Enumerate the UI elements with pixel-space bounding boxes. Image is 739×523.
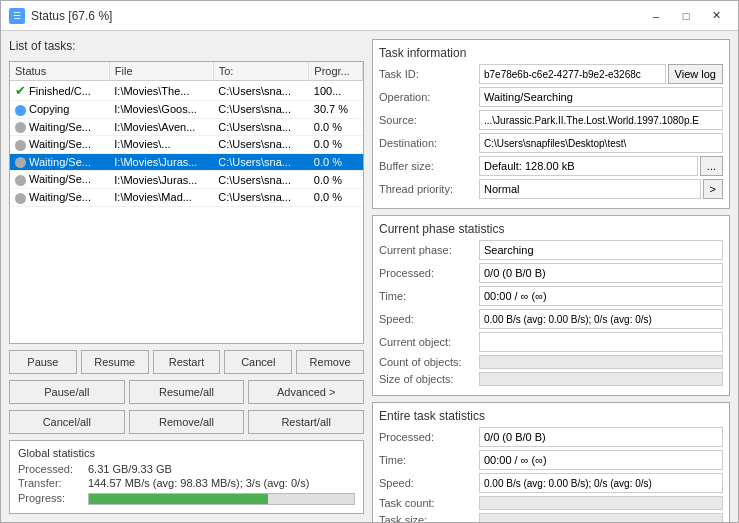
close-button[interactable]: ✕	[702, 6, 730, 26]
table-row[interactable]: Waiting/Se...I:\Movies\Aven...C:\Users\s…	[10, 118, 363, 136]
cell-progress: 30.7 %	[309, 101, 363, 119]
cell-to: C:\Users\sna...	[213, 136, 309, 154]
progress-bar-fill	[89, 494, 268, 504]
remove-button[interactable]: Remove	[296, 350, 364, 374]
app-icon: ☰	[9, 8, 25, 24]
task-tbody: ✔ Finished/C...I:\Movies\The...C:\Users\…	[10, 81, 363, 207]
operation-row: Operation: Waiting/Searching	[379, 87, 723, 107]
cell-progress: 100...	[309, 81, 363, 101]
task-info-title: Task information	[379, 46, 723, 60]
task-id-label: Task ID:	[379, 68, 479, 80]
cp-processed-value: 0/0 (0 B/0 B)	[479, 263, 723, 283]
cell-to: C:\Users\sna...	[213, 188, 309, 206]
et-processed-row: Processed: 0/0 (0 B/0 B)	[379, 427, 723, 447]
right-panel: Task information Task ID: b7e78e6b-c6e2-…	[372, 39, 730, 514]
cell-file: I:\Movies\Mad...	[109, 188, 213, 206]
destination-value: C:\Users\snapfiles\Desktop\test\	[479, 133, 723, 153]
table-row[interactable]: Waiting/Se...I:\Movies\Juras...C:\Users\…	[10, 171, 363, 189]
restart-button[interactable]: Restart	[153, 350, 221, 374]
transfer-value: 144.57 MB/s (avg: 98.83 MB/s); 3/s (avg:…	[88, 477, 309, 489]
restart-all-button[interactable]: Restart/all	[248, 410, 364, 434]
entire-task-title: Entire task statistics	[379, 409, 723, 423]
cell-to: C:\Users\sna...	[213, 101, 309, 119]
pause-all-button[interactable]: Pause/all	[9, 380, 125, 404]
et-time-value: 00:00 / ∞ (∞)	[479, 450, 723, 470]
cp-count-label: Count of objects:	[379, 356, 479, 368]
window-title: Status [67.6 %]	[31, 9, 112, 23]
cp-current-obj-row: Current object:	[379, 332, 723, 352]
title-controls: – □ ✕	[642, 6, 730, 26]
col-status: Status	[10, 62, 109, 81]
transfer-row: Transfer: 144.57 MB/s (avg: 98.83 MB/s);…	[18, 477, 355, 489]
remove-all-button[interactable]: Remove/all	[129, 410, 245, 434]
table-row[interactable]: Waiting/Se...I:\Movies\Mad...C:\Users\sn…	[10, 188, 363, 206]
buffer-more-button[interactable]: ...	[700, 156, 723, 176]
source-label: Source:	[379, 114, 479, 126]
cp-processed-row: Processed: 0/0 (0 B/0 B)	[379, 263, 723, 283]
et-speed-row: Speed: 0.00 B/s (avg: 0.00 B/s); 0/s (av…	[379, 473, 723, 493]
col-to: To:	[213, 62, 309, 81]
pause-button[interactable]: Pause	[9, 350, 77, 374]
transfer-label: Transfer:	[18, 477, 88, 489]
et-task-size-bar	[479, 513, 723, 522]
cp-size-row: Size of objects:	[379, 372, 723, 386]
title-bar: ☰ Status [67.6 %] – □ ✕	[1, 1, 738, 31]
cp-size-label: Size of objects:	[379, 373, 479, 385]
et-task-size-row: Task size:	[379, 513, 723, 522]
table-row[interactable]: CopyingI:\Movies\Goos...C:\Users\sna...3…	[10, 101, 363, 119]
destination-row: Destination: C:\Users\snapfiles\Desktop\…	[379, 133, 723, 153]
cell-file: I:\Movies\Aven...	[109, 118, 213, 136]
current-phase-title: Current phase statistics	[379, 222, 723, 236]
table-row[interactable]: ✔ Finished/C...I:\Movies\The...C:\Users\…	[10, 81, 363, 101]
processed-value: 6.31 GB/9.33 GB	[88, 463, 172, 475]
phase-value: Searching	[479, 240, 723, 260]
cell-status: Copying	[10, 101, 109, 119]
global-stats-title: Global statistics	[18, 447, 355, 459]
resume-button[interactable]: Resume	[81, 350, 149, 374]
progress-bar-container	[88, 493, 355, 505]
maximize-button[interactable]: □	[672, 6, 700, 26]
resume-all-button[interactable]: Resume/all	[129, 380, 245, 404]
cp-speed-label: Speed:	[379, 313, 479, 325]
cp-processed-label: Processed:	[379, 267, 479, 279]
et-speed-label: Speed:	[379, 477, 479, 489]
table-row[interactable]: Waiting/Se...I:\Movies\Juras...C:\Users\…	[10, 153, 363, 171]
cancel-button[interactable]: Cancel	[224, 350, 292, 374]
cell-to: C:\Users\sna...	[213, 118, 309, 136]
source-row: Source: ...\Jurassic.Park.II.The.Lost.Wo…	[379, 110, 723, 130]
view-log-button[interactable]: View log	[668, 64, 723, 84]
title-bar-left: ☰ Status [67.6 %]	[9, 8, 112, 24]
task-id-value: b7e78e6b-c6e2-4277-b9e2-e3268c	[479, 64, 666, 84]
cell-file: I:\Movies\Juras...	[109, 171, 213, 189]
source-value: ...\Jurassic.Park.II.The.Lost.World.1997…	[479, 110, 723, 130]
left-panel: List of tasks: Status File To: Progr... …	[9, 39, 364, 514]
button-row-2: Pause/all Resume/all Advanced >	[9, 380, 364, 404]
cell-status: Waiting/Se...	[10, 153, 109, 171]
cp-speed-row: Speed: 0.00 B/s (avg: 0.00 B/s); 0/s (av…	[379, 309, 723, 329]
table-row[interactable]: Waiting/Se...I:\Movies\...C:\Users\sna..…	[10, 136, 363, 154]
cell-file: I:\Movies\The...	[109, 81, 213, 101]
task-id-row: Task ID: b7e78e6b-c6e2-4277-b9e2-e3268c …	[379, 64, 723, 84]
cp-count-row: Count of objects:	[379, 355, 723, 369]
advanced-button[interactable]: Advanced >	[248, 380, 364, 404]
et-processed-label: Processed:	[379, 431, 479, 443]
thread-row: Thread priority: Normal >	[379, 179, 723, 199]
tasks-label: List of tasks:	[9, 39, 364, 53]
cp-time-row: Time: 00:00 / ∞ (∞)	[379, 286, 723, 306]
cell-status: Waiting/Se...	[10, 188, 109, 206]
cell-file: I:\Movies\Juras...	[109, 153, 213, 171]
cp-speed-value: 0.00 B/s (avg: 0.00 B/s); 0/s (avg: 0/s)	[479, 309, 723, 329]
thread-more-button[interactable]: >	[703, 179, 723, 199]
cp-current-obj-value	[479, 332, 723, 352]
buffer-value: Default: 128.00 kB	[479, 156, 698, 176]
button-row-3: Cancel/all Remove/all Restart/all	[9, 410, 364, 434]
cell-to: C:\Users\sna...	[213, 81, 309, 101]
et-task-size-label: Task size:	[379, 514, 479, 522]
cancel-all-button[interactable]: Cancel/all	[9, 410, 125, 434]
thread-value: Normal	[479, 179, 701, 199]
cp-count-bar	[479, 355, 723, 369]
cell-progress: 0.0 %	[309, 188, 363, 206]
current-phase-section: Current phase statistics Current phase: …	[372, 215, 730, 396]
minimize-button[interactable]: –	[642, 6, 670, 26]
cell-progress: 0.0 %	[309, 171, 363, 189]
